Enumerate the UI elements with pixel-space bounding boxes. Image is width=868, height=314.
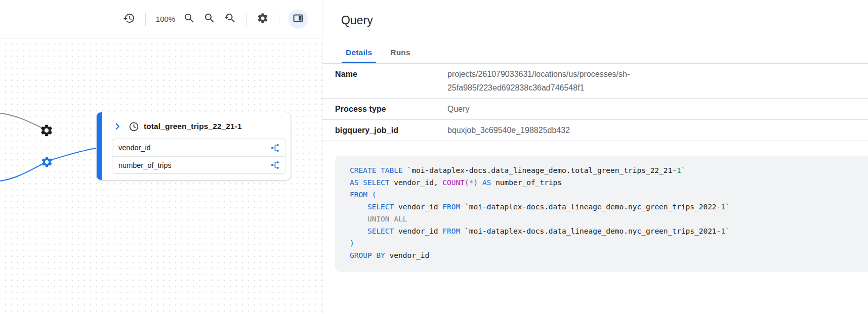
sql-code-line: CREATE TABLE `moi-dataplex-docs.data_lin… — [350, 164, 858, 176]
zoom-out-button[interactable] — [199, 9, 220, 29]
detail-row: bigquery_job_id bquxjob_3c69540e_198825d… — [322, 120, 868, 141]
toolbar-divider — [246, 13, 246, 26]
sql-code-line: SELECT vendor_id FROM `moi-dataplex-docs… — [350, 225, 858, 237]
node-field-list: vendor_id number_of_trips — [112, 139, 285, 174]
field-label: vendor_id — [118, 144, 151, 152]
edge-blue-out — [51, 148, 97, 160]
sql-code-line: AS SELECT vendor_id, COUNT(*) AS number_… — [350, 176, 858, 189]
details-panel: Query Details Runs Name projects/2610790… — [322, 0, 868, 314]
process-gear-node[interactable] — [39, 123, 54, 138]
node-header: total_green_trips_22_21-1 — [97, 112, 291, 139]
gear-icon — [40, 162, 53, 170]
sql-code-line: UNION ALL — [350, 213, 858, 225]
side-panel-icon — [292, 12, 304, 26]
side-panel-toggle-button[interactable] — [288, 10, 308, 29]
detail-label: Name — [335, 67, 447, 81]
history-icon — [123, 12, 135, 26]
field-row[interactable]: vendor_id — [112, 139, 285, 156]
toolbar-divider — [279, 13, 279, 26]
sql-code-block: CREATE TABLE `moi-dataplex-docs.data_lin… — [335, 156, 868, 272]
zoom-out-icon — [203, 12, 216, 26]
lineage-canvas-pane: 100% — [0, 0, 322, 314]
query-process-icon — [129, 121, 139, 132]
sql-code-line: SELECT vendor_id FROM `moi-dataplex-docs… — [350, 201, 858, 213]
sql-code-line: GROUP BY vendor_id — [350, 249, 858, 261]
toolbar-divider — [145, 13, 146, 26]
panel-title: Query — [322, 0, 868, 27]
field-lineage-icon[interactable] — [270, 160, 280, 170]
detail-value: Query — [447, 102, 470, 116]
gear-icon — [257, 12, 269, 26]
zoom-level-label: 100% — [152, 15, 179, 23]
edge-blue-in — [0, 164, 42, 181]
zoom-in-button[interactable] — [179, 9, 199, 29]
sql-code-line: FROM ( — [350, 189, 858, 201]
detail-label: bigquery_job_id — [335, 123, 447, 137]
sql-code-line: ) — [350, 237, 858, 249]
zoom-reset-button[interactable] — [220, 9, 240, 29]
tab-runs[interactable]: Runs — [381, 41, 420, 63]
field-lineage-icon[interactable] — [270, 143, 280, 153]
zoom-in-icon — [183, 12, 195, 26]
detail-label: Process type — [335, 102, 447, 116]
process-gear-node-selected[interactable] — [40, 156, 53, 168]
detail-row: Process type Query — [322, 99, 868, 120]
detail-value: bquxjob_3c69540e_198825db432 — [447, 123, 570, 137]
chevron-right-icon — [111, 127, 124, 134]
settings-button[interactable] — [253, 9, 273, 29]
canvas-toolbar: 100% — [0, 0, 322, 38]
edge-gray — [0, 113, 43, 128]
node-expand-button[interactable] — [111, 120, 124, 133]
node-title: total_green_trips_22_21-1 — [144, 122, 242, 131]
details-table: Name projects/261079033631/locations/us/… — [322, 64, 868, 141]
tab-bar: Details Runs — [322, 41, 868, 64]
detail-row: Name projects/261079033631/locations/us/… — [322, 64, 868, 99]
history-button[interactable] — [119, 9, 139, 29]
detail-value: projects/261079033631/locations/us/proce… — [447, 67, 695, 95]
field-label: number_of_trips — [118, 161, 172, 169]
tab-details[interactable]: Details — [337, 41, 381, 63]
zoom-reset-icon — [224, 12, 236, 26]
app-root: 100% — [0, 0, 868, 314]
field-row[interactable]: number_of_trips — [112, 156, 285, 173]
node-accent-bar — [97, 112, 102, 180]
lineage-canvas[interactable]: total_green_trips_22_21-1 vendor_id numb… — [0, 38, 322, 314]
table-node[interactable]: total_green_trips_22_21-1 vendor_id numb… — [96, 112, 291, 181]
gear-icon — [39, 131, 54, 139]
